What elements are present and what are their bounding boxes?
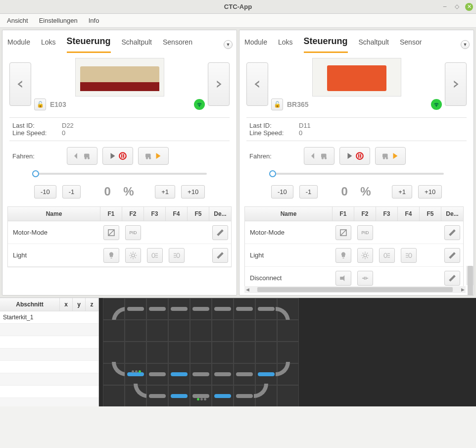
drive-play-pause-button[interactable] (102, 147, 133, 165)
light-f2-button[interactable] (125, 248, 141, 263)
edit-disconnect-button[interactable] (444, 271, 460, 286)
col-de[interactable]: De... (441, 207, 463, 221)
tab-overflow-button[interactable]: ▼ (461, 40, 470, 49)
horizontal-scrollbar[interactable]: ◀▶ (244, 286, 466, 293)
light-f3-button[interactable] (147, 248, 163, 263)
col-x[interactable]: x (60, 298, 73, 311)
svg-point-25 (409, 253, 412, 257)
col-f2[interactable]: F2 (122, 207, 144, 221)
light-f3-button[interactable] (379, 248, 395, 263)
next-loco-button[interactable] (208, 62, 230, 106)
speed-minus-1-button[interactable]: -1 (62, 185, 81, 199)
speed-plus-10-button[interactable]: +10 (418, 185, 442, 199)
tabs-right: Module Loks Steuerung Schaltpult Sensor … (239, 30, 474, 53)
col-de[interactable]: De... (209, 207, 231, 221)
tab-module[interactable]: Module (244, 38, 267, 51)
col-f3[interactable]: F3 (144, 207, 166, 221)
col-y[interactable]: y (73, 298, 86, 311)
section-row[interactable] (0, 324, 98, 336)
lock-button[interactable]: 🔓 (34, 99, 46, 110)
control-panel-right: Module Loks Steuerung Schaltpult Sensor … (239, 30, 474, 296)
next-loco-button[interactable] (445, 62, 467, 106)
menu-ansicht[interactable]: Ansicht (7, 17, 28, 24)
maximize-button[interactable]: ◇ (453, 3, 460, 10)
drive-reverse-button[interactable] (67, 147, 97, 165)
disconnect-f2-button[interactable] (357, 271, 373, 286)
edit-light-button[interactable] (212, 248, 228, 263)
col-f5[interactable]: F5 (188, 207, 209, 221)
svg-rect-5 (123, 154, 124, 158)
svg-rect-17 (358, 154, 359, 158)
prev-loco-button[interactable] (9, 62, 31, 106)
speed-slider[interactable] (32, 173, 207, 175)
col-f3[interactable]: F3 (376, 207, 398, 221)
col-f2[interactable]: F2 (354, 207, 376, 221)
line-speed-label: Line Speed: (249, 129, 299, 137)
speed-plus-1-button[interactable]: +1 (392, 185, 412, 199)
tab-loks[interactable]: Loks (278, 38, 293, 51)
speed-minus-10-button[interactable]: -10 (34, 185, 56, 199)
col-f1[interactable]: F1 (100, 207, 122, 221)
section-row[interactable] (0, 336, 98, 348)
section-row[interactable] (0, 361, 98, 373)
tab-module[interactable]: Module (7, 38, 30, 51)
col-f1[interactable]: F1 (333, 207, 354, 221)
speed-plus-1-button[interactable]: +1 (155, 185, 175, 199)
speed-minus-1-button[interactable]: -1 (299, 185, 318, 199)
speed-minus-10-button[interactable]: -10 (271, 185, 293, 199)
edit-motor-button[interactable] (444, 225, 460, 240)
tab-schaltpult[interactable]: Schaltpult (359, 38, 389, 51)
vertical-scrollbar[interactable] (467, 266, 474, 285)
section-row[interactable] (0, 373, 98, 386)
col-abschnitt[interactable]: Abschnitt (0, 298, 60, 311)
section-row[interactable] (0, 386, 98, 398)
menu-einstellungen[interactable]: Einstellungen (39, 17, 78, 24)
close-button[interactable]: ✕ (465, 3, 473, 11)
tab-sensoren[interactable]: Sensoren (163, 38, 192, 51)
light-f1-button[interactable] (335, 248, 351, 263)
motor-pid-button[interactable]: PID (357, 225, 373, 240)
tab-steuerung[interactable]: Steuerung (67, 36, 111, 53)
light-f4-button[interactable] (401, 248, 417, 263)
drive-play-pause-button[interactable] (339, 147, 370, 165)
tab-overflow-button[interactable]: ▼ (224, 40, 233, 49)
edit-light-button[interactable] (444, 248, 460, 263)
track-layout-panel: Abschnitt x y z Starterkit_1 (0, 298, 476, 406)
fahren-label: Fahren: (249, 152, 284, 160)
col-f4[interactable]: F4 (398, 207, 420, 221)
track-canvas[interactable] (99, 298, 476, 406)
prev-loco-button[interactable] (246, 62, 268, 106)
drive-reverse-button[interactable] (304, 147, 334, 165)
fahren-label: Fahren: (12, 152, 47, 160)
drive-forward-button[interactable] (138, 147, 169, 165)
motor-dir-button[interactable] (335, 225, 351, 240)
col-z[interactable]: z (86, 298, 98, 311)
disconnect-f1-button[interactable] (335, 271, 351, 286)
section-row[interactable] (0, 398, 98, 406)
section-table: Abschnitt x y z Starterkit_1 (0, 298, 99, 406)
speed-slider[interactable] (269, 173, 444, 175)
light-f1-button[interactable] (103, 248, 119, 263)
tab-loks[interactable]: Loks (41, 38, 56, 51)
lock-button[interactable]: 🔓 (271, 99, 283, 110)
motor-dir-button[interactable] (103, 225, 119, 240)
minimize-button[interactable]: – (441, 3, 448, 10)
edit-motor-button[interactable] (212, 225, 228, 240)
wifi-icon (431, 99, 442, 110)
tab-schaltpult[interactable]: Schaltpult (122, 38, 152, 51)
section-row[interactable] (0, 348, 98, 361)
speed-plus-10-button[interactable]: +10 (181, 185, 205, 199)
tab-sensoren[interactable]: Sensor (400, 38, 422, 51)
svg-point-16 (356, 152, 363, 159)
col-f4[interactable]: F4 (166, 207, 188, 221)
speed-unit: % (123, 185, 138, 199)
drive-forward-button[interactable] (375, 147, 406, 165)
wifi-icon (194, 99, 205, 110)
tab-steuerung[interactable]: Steuerung (304, 36, 348, 53)
motor-pid-button[interactable]: PID (125, 225, 141, 240)
light-f2-button[interactable] (357, 248, 373, 263)
col-f5[interactable]: F5 (420, 207, 441, 221)
section-row[interactable]: Starterkit_1 (0, 311, 98, 324)
menu-info[interactable]: Info (89, 17, 99, 24)
light-f4-button[interactable] (169, 248, 185, 263)
